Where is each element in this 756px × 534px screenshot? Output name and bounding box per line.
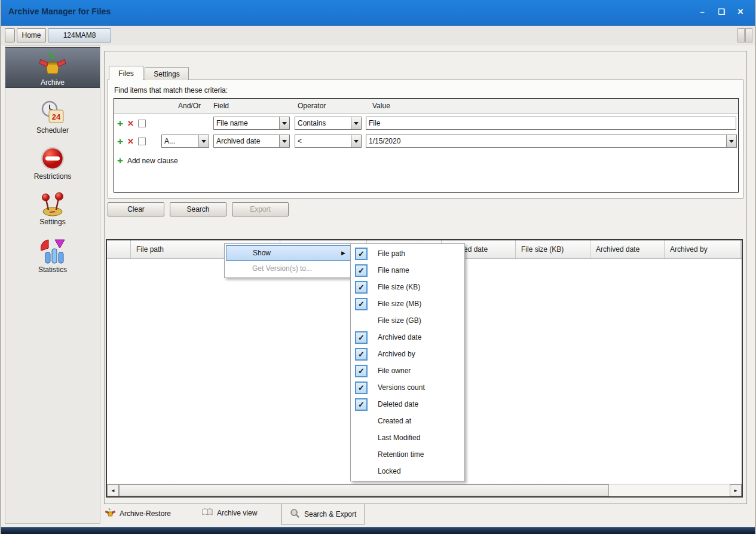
chevron-down-icon[interactable] (198, 135, 209, 147)
sidebar-item-statistics[interactable]: Statistics (5, 238, 100, 273)
bottom-tab-search-export[interactable]: Search & Export (281, 504, 365, 524)
checkbox-checked-icon: ✓ (355, 248, 368, 260)
column-menu-item-file-name[interactable]: ✓ File name (352, 262, 463, 279)
horizontal-scrollbar[interactable]: ◄ ► (107, 484, 742, 496)
bottom-tab-archive-restore[interactable]: Archive-Restore (105, 508, 171, 519)
chevron-down-icon[interactable] (726, 135, 736, 147)
bottom-tab-archive-view[interactable]: Archive view (202, 508, 257, 518)
clause-checkbox[interactable] (138, 138, 146, 145)
checkbox-checked-icon: ✓ (355, 331, 368, 344)
nav-tab-label: 124MAM8 (63, 31, 96, 39)
window-bottom-border (1, 527, 755, 534)
chevron-down-icon[interactable] (279, 135, 289, 147)
export-button[interactable]: Export (232, 202, 289, 216)
operator-select-value: Contains (295, 119, 351, 127)
archive-box-icon (105, 508, 115, 519)
column-menu-label: Created at (378, 417, 411, 425)
clear-button[interactable]: Clear (108, 202, 164, 216)
tab-label: Settings (154, 70, 179, 78)
value-input[interactable] (366, 117, 736, 130)
scrollbar-thumb[interactable] (119, 484, 609, 496)
andor-select[interactable]: A... (161, 135, 209, 148)
column-menu-item-file-size-mb[interactable]: ✓ File size (MB) (352, 295, 463, 312)
chevron-down-icon[interactable] (351, 135, 361, 147)
column-menu-item-versions-count[interactable]: ✓ Versions count (352, 379, 463, 396)
checkbox-checked-icon: ✓ (355, 264, 368, 277)
operator-select-value: < (295, 137, 351, 145)
window-title: Archive Manager for Files (8, 7, 111, 16)
remove-clause-icon[interactable]: ✕ (127, 119, 134, 128)
criteria-col-field: Field (213, 102, 229, 110)
nav-tab-124mam8[interactable]: 124MAM8 (48, 28, 111, 42)
bottom-tab-label: Search & Export (304, 510, 356, 518)
field-select[interactable]: File name (213, 117, 290, 130)
operator-select[interactable]: Contains (295, 117, 362, 130)
grid-column-header-archived-date[interactable]: Archived date (590, 240, 665, 258)
column-menu-item-locked[interactable]: ✓ Locked (352, 463, 463, 480)
nav-tabrow: Home 124MAM8 (1, 26, 755, 45)
sidebar-item-restrictions[interactable]: Restrictions (5, 146, 100, 181)
search-button[interactable]: Search (170, 202, 227, 216)
sidebar-item-label: Settings (39, 218, 65, 226)
export-button-label: Export (250, 205, 271, 213)
clear-button-label: Clear (127, 205, 145, 213)
scroll-left-icon[interactable]: ◄ (107, 484, 119, 496)
column-menu-item-file-owner[interactable]: ✓ File owner (352, 362, 463, 379)
tab-label: Files (118, 69, 133, 78)
column-menu-label: Deleted date (378, 400, 418, 408)
context-menu-item-get-versions[interactable]: Get Version(s) to... (226, 261, 351, 276)
column-menu-item-file-size-kb[interactable]: ✓ File size (KB) (352, 279, 463, 295)
sidebar-item-archive[interactable]: Archive (5, 47, 100, 88)
clause-checkbox[interactable] (138, 120, 146, 127)
nav-tab-home[interactable]: Home (17, 28, 46, 42)
files-tab-page: Find items that match these criteria: An… (108, 80, 743, 199)
add-clause-icon[interactable]: + (117, 136, 123, 147)
column-menu-item-retention-time[interactable]: ✓ Retention time (352, 446, 463, 463)
field-select[interactable]: Archived date (213, 135, 290, 148)
column-menu-item-file-path[interactable]: ✓ File path (352, 245, 463, 262)
tab-stub-button[interactable] (5, 28, 15, 42)
criteria-row-actions: + ✕ (117, 135, 146, 148)
svg-text:24: 24 (52, 112, 61, 121)
chevron-down-icon[interactable] (279, 117, 289, 129)
minimize-icon[interactable]: – (697, 7, 707, 16)
column-menu-item-last-modified[interactable]: ✓ Last Modified (352, 429, 463, 446)
grid-column-header-archived-by[interactable]: Archived by (665, 240, 741, 258)
tab-settings[interactable]: Settings (145, 67, 189, 80)
checkbox-checked-icon: ✓ (355, 398, 368, 411)
criteria-col-andor: And/Or (178, 102, 201, 110)
sidebar-item-label: Archive (41, 78, 65, 87)
app-window: Archive Manager for Files – ❑ ✕ Home 124… (0, 0, 756, 534)
column-menu-item-archived-by[interactable]: ✓ Archived by (352, 346, 463, 362)
sidebar-item-scheduler[interactable]: 24 Scheduler (5, 100, 100, 135)
scroll-right-icon[interactable]: ► (730, 484, 742, 496)
column-menu-label: File owner (378, 367, 411, 375)
add-new-clause-link[interactable]: + Add new clause (117, 155, 178, 166)
grid-column-header[interactable] (107, 240, 131, 258)
checkbox-checked-icon: ✓ (355, 298, 368, 310)
add-clause-icon[interactable]: + (117, 118, 123, 129)
menu-item-label: Get Version(s) to... (252, 264, 312, 273)
grid-column-header-file-size-kb[interactable]: File size (KB) (516, 240, 590, 258)
window-controls: – ❑ ✕ (697, 7, 745, 16)
column-menu-item-created-at[interactable]: ✓ Created at (352, 413, 463, 429)
tabrow-scroll-buttons[interactable] (737, 28, 752, 42)
column-menu-item-deleted-date[interactable]: ✓ Deleted date (352, 396, 463, 413)
tab-files[interactable]: Files (109, 66, 143, 80)
remove-clause-icon[interactable]: ✕ (127, 137, 134, 146)
close-icon[interactable]: ✕ (736, 7, 745, 16)
criteria-col-value: Value (372, 102, 390, 110)
restrictions-icon (38, 146, 67, 171)
field-select-value: File name (214, 119, 279, 127)
context-menu-item-show[interactable]: Show ▶ (226, 245, 351, 261)
chevron-down-icon[interactable] (351, 117, 361, 129)
operator-select[interactable]: < (295, 135, 362, 148)
column-menu-item-archived-date[interactable]: ✓ Archived date (352, 329, 463, 346)
value-date-select[interactable]: 1/15/2020 (366, 135, 737, 148)
criteria-row-actions: + ✕ (117, 117, 146, 130)
sidebar: Archive 24 Scheduler Restr (5, 45, 100, 524)
maximize-icon[interactable]: ❑ (717, 7, 726, 16)
column-menu-item-file-size-gb[interactable]: ✓ File size (GB) (352, 312, 463, 329)
column-menu-label: Retention time (378, 450, 424, 459)
sidebar-item-settings[interactable]: Settings (5, 191, 100, 226)
